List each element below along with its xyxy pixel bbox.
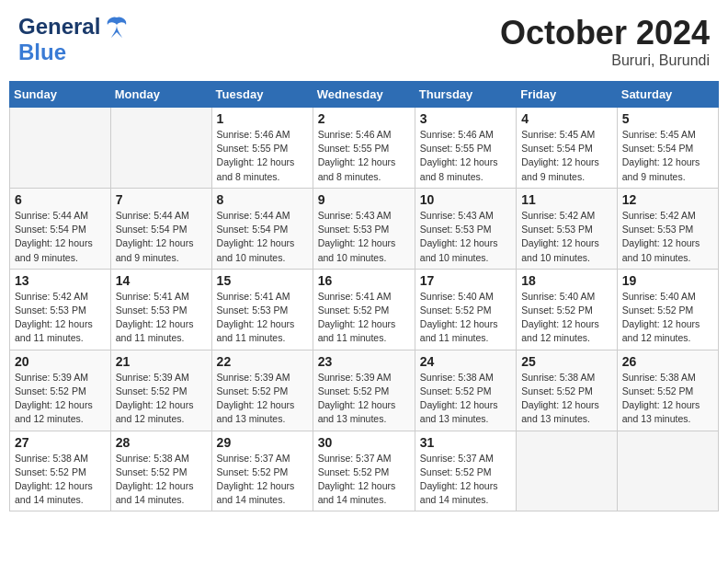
daylight-label: Daylight: 12 hours and 14 minutes. (420, 480, 498, 505)
week-row-1: 1 Sunrise: 5:46 AM Sunset: 5:55 PM Dayli… (10, 108, 719, 189)
day-number: 4 (521, 111, 612, 126)
daylight-label: Daylight: 12 hours and 9 minutes. (116, 237, 194, 262)
sunrise-label: Sunrise: 5:46 AM (217, 129, 290, 140)
day-info: Sunrise: 5:40 AM Sunset: 5:52 PM Dayligh… (420, 290, 511, 346)
calendar-cell: 19 Sunrise: 5:40 AM Sunset: 5:52 PM Dayl… (617, 269, 718, 350)
sunset-label: Sunset: 5:52 PM (318, 304, 390, 316)
sunset-label: Sunset: 5:52 PM (318, 466, 390, 477)
calendar-cell: 15 Sunrise: 5:41 AM Sunset: 5:53 PM Dayl… (211, 269, 313, 350)
calendar-cell (110, 108, 211, 189)
daylight-label: Daylight: 12 hours and 12 minutes. (15, 399, 93, 424)
daylight-label: Daylight: 12 hours and 13 minutes. (318, 399, 396, 424)
sunset-label: Sunset: 5:55 PM (420, 143, 492, 154)
sunset-label: Sunset: 5:54 PM (521, 143, 593, 154)
sunrise-label: Sunrise: 5:39 AM (217, 372, 290, 383)
day-number: 13 (15, 273, 106, 288)
calendar-cell: 4 Sunrise: 5:45 AM Sunset: 5:54 PM Dayli… (517, 108, 618, 189)
day-info: Sunrise: 5:39 AM Sunset: 5:52 PM Dayligh… (15, 371, 106, 427)
sunset-label: Sunset: 5:52 PM (420, 304, 492, 316)
day-number: 29 (217, 435, 308, 450)
sunrise-label: Sunrise: 5:37 AM (420, 453, 494, 464)
calendar-cell: 27 Sunrise: 5:38 AM Sunset: 5:52 PM Dayl… (10, 431, 111, 511)
week-row-4: 20 Sunrise: 5:39 AM Sunset: 5:52 PM Dayl… (10, 350, 719, 431)
calendar-cell: 3 Sunrise: 5:46 AM Sunset: 5:55 PM Dayli… (415, 108, 516, 189)
sunrise-label: Sunrise: 5:38 AM (116, 453, 189, 464)
day-number: 24 (420, 354, 511, 369)
sunrise-label: Sunrise: 5:45 AM (521, 129, 595, 140)
day-info: Sunrise: 5:46 AM Sunset: 5:55 PM Dayligh… (318, 128, 410, 184)
day-number: 26 (622, 354, 713, 369)
sunrise-label: Sunrise: 5:42 AM (622, 210, 696, 221)
sunset-label: Sunset: 5:52 PM (15, 466, 86, 477)
calendar-cell: 11 Sunrise: 5:42 AM Sunset: 5:53 PM Dayl… (517, 188, 618, 269)
daylight-label: Daylight: 12 hours and 13 minutes. (217, 399, 295, 424)
sunrise-label: Sunrise: 5:44 AM (15, 210, 88, 221)
day-info: Sunrise: 5:42 AM Sunset: 5:53 PM Dayligh… (521, 209, 612, 265)
day-number: 20 (15, 354, 106, 369)
sunset-label: Sunset: 5:53 PM (521, 224, 593, 235)
day-info: Sunrise: 5:39 AM Sunset: 5:52 PM Dayligh… (217, 371, 308, 427)
day-info: Sunrise: 5:41 AM Sunset: 5:53 PM Dayligh… (217, 290, 308, 346)
sunrise-label: Sunrise: 5:41 AM (217, 291, 290, 302)
weekday-header-wednesday: Wednesday (313, 82, 415, 108)
daylight-label: Daylight: 12 hours and 11 minutes. (116, 318, 194, 343)
calendar-cell: 30 Sunrise: 5:37 AM Sunset: 5:52 PM Dayl… (313, 431, 415, 511)
day-info: Sunrise: 5:44 AM Sunset: 5:54 PM Dayligh… (15, 209, 106, 265)
day-info: Sunrise: 5:37 AM Sunset: 5:52 PM Dayligh… (318, 452, 410, 508)
calendar-cell: 12 Sunrise: 5:42 AM Sunset: 5:53 PM Dayl… (617, 188, 718, 269)
calendar-cell: 10 Sunrise: 5:43 AM Sunset: 5:53 PM Dayl… (415, 188, 516, 269)
title-block: October 2024 Bururi, Burundi (500, 14, 710, 69)
sunset-label: Sunset: 5:52 PM (217, 466, 289, 477)
day-info: Sunrise: 5:44 AM Sunset: 5:54 PM Dayligh… (116, 209, 207, 265)
calendar-cell: 1 Sunrise: 5:46 AM Sunset: 5:55 PM Dayli… (211, 108, 313, 189)
daylight-label: Daylight: 12 hours and 12 minutes. (622, 318, 700, 343)
sunrise-label: Sunrise: 5:38 AM (15, 453, 88, 464)
calendar-cell: 2 Sunrise: 5:46 AM Sunset: 5:55 PM Dayli… (313, 108, 415, 189)
day-number: 17 (420, 273, 511, 288)
day-number: 31 (420, 435, 511, 450)
daylight-label: Daylight: 12 hours and 10 minutes. (521, 237, 599, 262)
daylight-label: Daylight: 12 hours and 14 minutes. (318, 480, 396, 505)
calendar-cell: 16 Sunrise: 5:41 AM Sunset: 5:52 PM Dayl… (313, 269, 415, 350)
sunset-label: Sunset: 5:52 PM (622, 304, 694, 316)
day-number: 6 (15, 192, 106, 207)
sunset-label: Sunset: 5:52 PM (15, 385, 86, 396)
weekday-header-tuesday: Tuesday (211, 82, 313, 108)
day-info: Sunrise: 5:43 AM Sunset: 5:53 PM Dayligh… (420, 209, 511, 265)
day-number: 10 (420, 192, 511, 207)
day-info: Sunrise: 5:41 AM Sunset: 5:53 PM Dayligh… (116, 290, 207, 346)
week-row-3: 13 Sunrise: 5:42 AM Sunset: 5:53 PM Dayl… (10, 269, 719, 350)
day-number: 2 (318, 111, 410, 126)
day-info: Sunrise: 5:46 AM Sunset: 5:55 PM Dayligh… (420, 128, 511, 184)
day-number: 14 (116, 273, 207, 288)
daylight-label: Daylight: 12 hours and 9 minutes. (622, 156, 700, 181)
calendar-cell: 13 Sunrise: 5:42 AM Sunset: 5:53 PM Dayl… (10, 269, 111, 350)
calendar-cell: 25 Sunrise: 5:38 AM Sunset: 5:52 PM Dayl… (517, 350, 618, 431)
weekday-header-saturday: Saturday (617, 82, 718, 108)
sunrise-label: Sunrise: 5:38 AM (420, 372, 494, 383)
day-number: 19 (622, 273, 713, 288)
daylight-label: Daylight: 12 hours and 13 minutes. (420, 399, 498, 424)
calendar-cell: 14 Sunrise: 5:41 AM Sunset: 5:53 PM Dayl… (110, 269, 211, 350)
day-info: Sunrise: 5:38 AM Sunset: 5:52 PM Dayligh… (116, 452, 207, 508)
sunrise-label: Sunrise: 5:39 AM (318, 372, 392, 383)
day-number: 28 (116, 435, 207, 450)
calendar-cell: 9 Sunrise: 5:43 AM Sunset: 5:53 PM Dayli… (313, 188, 415, 269)
day-number: 16 (318, 273, 410, 288)
daylight-label: Daylight: 12 hours and 14 minutes. (217, 480, 295, 505)
day-number: 8 (217, 192, 308, 207)
sunset-label: Sunset: 5:52 PM (420, 385, 492, 396)
sunrise-label: Sunrise: 5:43 AM (318, 210, 392, 221)
day-number: 25 (521, 354, 612, 369)
sunset-label: Sunset: 5:52 PM (521, 385, 593, 396)
sunrise-label: Sunrise: 5:40 AM (622, 291, 696, 302)
location: Bururi, Burundi (500, 52, 710, 69)
sunset-label: Sunset: 5:55 PM (217, 143, 289, 154)
sunset-label: Sunset: 5:53 PM (318, 224, 390, 235)
week-row-5: 27 Sunrise: 5:38 AM Sunset: 5:52 PM Dayl… (10, 431, 719, 511)
day-number: 23 (318, 354, 410, 369)
daylight-label: Daylight: 12 hours and 14 minutes. (116, 480, 194, 505)
calendar-cell (617, 431, 718, 511)
day-number: 7 (116, 192, 207, 207)
sunset-label: Sunset: 5:52 PM (217, 385, 289, 396)
